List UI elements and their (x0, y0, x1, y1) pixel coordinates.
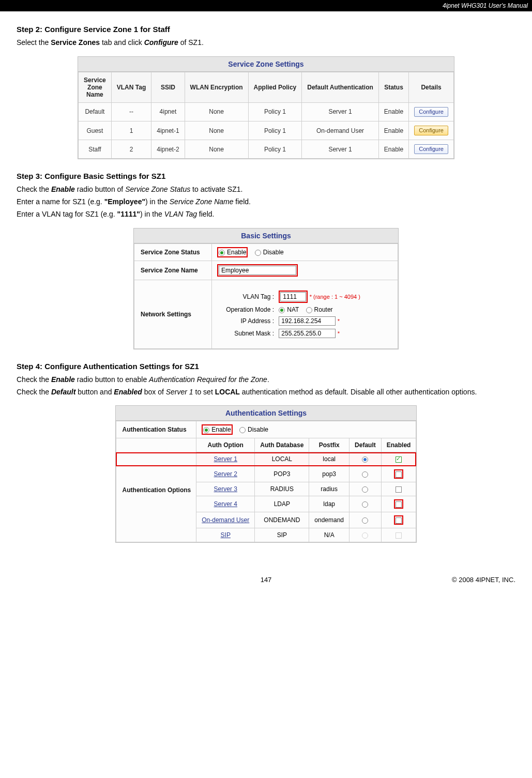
service-zone-table: Service Zone Name VLAN Tag SSID WLAN Enc… (78, 72, 454, 159)
t: Enabled (114, 388, 142, 396)
step2-title: Step 2: Configure Service Zone 1 for Sta… (17, 25, 515, 34)
th: Enabled (381, 438, 416, 452)
enabled-checkbox[interactable] (396, 501, 402, 508)
t: Configure (144, 38, 178, 47)
cell: Server 1 (302, 140, 379, 159)
cell: RADIUS (255, 482, 309, 496)
default-radio[interactable] (362, 517, 368, 524)
cell: Staff (79, 140, 112, 159)
t: box of (142, 388, 166, 396)
t: Check the (17, 375, 51, 384)
auth-link[interactable]: Server 3 (214, 485, 237, 493)
disable-radio[interactable] (255, 250, 261, 256)
enabled-highlight (394, 515, 403, 525)
t: Service Zone Name (170, 197, 234, 206)
t: radio button of (75, 185, 125, 193)
cell: Guest (79, 121, 112, 140)
t: * (338, 330, 340, 337)
page-content: Step 2: Configure Service Zone 1 for Sta… (0, 11, 532, 566)
auth-link[interactable]: Server 2 (214, 470, 237, 478)
th: Applied Policy (248, 72, 302, 102)
service-zone-name-input[interactable] (219, 266, 296, 275)
auth-link[interactable]: SIP (221, 531, 231, 539)
auth-link[interactable]: On-demand User (202, 516, 249, 524)
t: IP Address : (217, 317, 274, 325)
enabled-checkbox[interactable] (396, 471, 402, 478)
cell: 4ipnet-1 (151, 121, 185, 140)
default-radio[interactable] (362, 486, 368, 493)
t: VLAN Tag : (217, 293, 274, 300)
cell: 2 (111, 140, 151, 159)
default-radio[interactable] (362, 471, 368, 478)
cell (349, 452, 382, 466)
figure-basic-settings: Basic Settings Service Zone Status Enabl… (17, 228, 515, 349)
cell: Policy 1 (248, 121, 302, 140)
t: authentication method as default. Disabl… (240, 388, 477, 396)
cell (349, 528, 382, 542)
cell (381, 466, 416, 482)
nat-radio[interactable] (279, 307, 285, 313)
cell: 1 (111, 121, 151, 140)
t: Enable (51, 375, 75, 384)
t: Service Zones (51, 38, 100, 47)
cell: Server 4 (196, 496, 255, 512)
cell: Configure (409, 140, 454, 159)
enabled-checkbox[interactable] (396, 517, 402, 524)
enabled-checkbox[interactable] (396, 486, 402, 493)
t: Operation Mode : (217, 306, 274, 313)
auth-enable-radio[interactable] (203, 427, 209, 433)
cell (381, 496, 416, 512)
cell: Server 1 (302, 102, 379, 121)
default-radio[interactable] (362, 456, 368, 463)
th: Auth Database (255, 438, 309, 452)
t: tab and click (100, 38, 144, 47)
auth-link[interactable]: Server 4 (214, 500, 237, 508)
router-radio[interactable] (306, 307, 312, 313)
name-label: Service Zone Name (134, 261, 212, 280)
cell: ONDEMAND (255, 512, 309, 528)
cell (349, 482, 382, 496)
enabled-checkbox[interactable] (396, 456, 402, 463)
t: ) in the (140, 210, 164, 218)
page-number: 147 (183, 576, 349, 584)
enable-radio[interactable] (219, 250, 225, 256)
configure-button[interactable]: Configure (414, 107, 448, 117)
configure-button[interactable]: Configure (414, 126, 448, 135)
cell (349, 512, 382, 528)
auth-disable-radio[interactable] (239, 427, 246, 433)
t: Select the (17, 38, 51, 47)
cell (381, 452, 416, 466)
enabled-highlight (394, 499, 403, 509)
cell: LDAP (255, 496, 309, 512)
vlan-tag-input[interactable] (280, 292, 306, 301)
cell: Server 1 (196, 452, 255, 466)
default-radio (362, 532, 368, 539)
enabled-highlight (394, 469, 403, 479)
t: . (267, 375, 269, 384)
step2-text: Select the Service Zones tab and click C… (17, 37, 515, 49)
footer-copyright: © 2008 4IPNET, INC. (349, 576, 515, 584)
t: * (338, 318, 340, 324)
th: Default Authentication (302, 72, 379, 102)
cell: None (185, 140, 248, 159)
auth-link[interactable]: Server 1 (214, 455, 237, 463)
cell: Default (79, 102, 112, 121)
cell: ondemand (309, 512, 349, 528)
ip-address-input[interactable] (279, 316, 336, 326)
th: Default (349, 438, 382, 452)
t: Authentication Required for the Zone (149, 375, 267, 384)
cell: POP3 (255, 466, 309, 482)
cell: Policy 1 (248, 140, 302, 159)
table-row: Staff 2 4ipnet-2 None Policy 1 Server 1 … (79, 140, 454, 159)
subnet-mask-input[interactable] (279, 329, 336, 338)
cell: Policy 1 (248, 102, 302, 121)
configure-button[interactable]: Configure (414, 144, 448, 154)
auth-enable-highlight: Enable (202, 424, 232, 435)
table-header-row: Service Zone Name VLAN Tag SSID WLAN Enc… (79, 72, 454, 102)
cell: local (309, 452, 349, 466)
t: * (range : 1 ~ 4094 ) (310, 294, 360, 300)
network-cell: VLAN Tag : * (range : 1 ~ 4094 ) Operati… (212, 280, 398, 348)
enabled-checkbox (396, 532, 402, 539)
enable-highlight: Enable (217, 247, 248, 257)
default-radio[interactable] (362, 501, 368, 508)
